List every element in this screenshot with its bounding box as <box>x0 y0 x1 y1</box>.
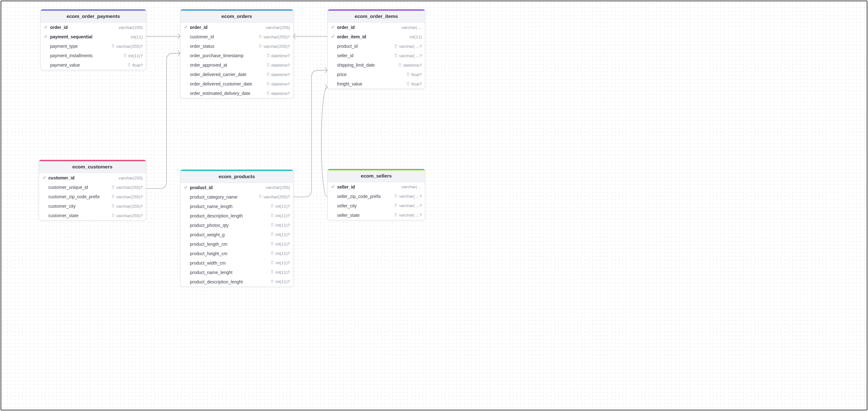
table-ecom_customers[interactable]: ecom_customerscustomer_idvarchar(255)cus… <box>39 160 146 220</box>
column-row[interactable]: customer_unique_idvarchar(255)? <box>39 182 146 192</box>
column-row[interactable]: payment_typevarchar(255)? <box>40 41 146 51</box>
table-ecom_order_items[interactable]: ecom_order_itemsorder_idvarchar( ...orde… <box>328 9 425 89</box>
column-name: customer_unique_id <box>49 185 110 190</box>
column-type: varchar( ... <box>402 25 422 30</box>
column-type: int(11)? <box>271 232 290 237</box>
column-type: int(11)? <box>271 251 290 256</box>
table-title[interactable]: ecom_order_items <box>328 11 425 23</box>
column-row[interactable]: order_item_idint(11) <box>328 32 425 41</box>
column-row[interactable]: customer_statevarchar(255)? <box>39 211 146 220</box>
column-name: customer_zip_code_prefix <box>49 194 110 199</box>
table-title[interactable]: ecom_customers <box>39 161 146 173</box>
nullable-icon <box>267 82 270 86</box>
column-type-text: varchar(255)? <box>116 44 143 49</box>
column-type-text: varchar( ...? <box>399 54 422 58</box>
column-row[interactable]: product_idvarchar( ...? <box>328 41 425 51</box>
column-row[interactable]: seller_cityvarchar( ...? <box>328 201 425 210</box>
table-title[interactable]: ecom_orders <box>181 11 293 23</box>
column-type-text: varchar(255)? <box>116 213 143 218</box>
column-type: datetime? <box>267 72 290 77</box>
column-row[interactable]: order_idvarchar( ... <box>328 23 425 32</box>
column-row[interactable]: payment_valuefloat? <box>40 60 146 70</box>
column-row[interactable]: order_idvarchar(255) <box>40 23 146 32</box>
column-row[interactable]: order_statusvarchar(255)? <box>181 41 293 51</box>
column-row[interactable]: pricefloat? <box>328 70 425 79</box>
column-type: varchar(255)? <box>111 185 143 190</box>
column-row[interactable]: order_approved_atdatetime? <box>181 60 293 70</box>
column-row[interactable]: product_height_cmint(11)? <box>181 249 293 258</box>
nullable-icon <box>271 233 274 237</box>
column-type-text: float? <box>411 72 422 77</box>
column-type-text: int(11)? <box>276 223 290 228</box>
nullable-icon <box>271 204 274 208</box>
column-row[interactable]: payment_sequentialint(11) <box>40 32 146 41</box>
column-type-text: varchar( ...? <box>399 213 422 217</box>
column-row[interactable]: product_photos_qtyint(11)? <box>181 220 293 230</box>
column-row[interactable]: product_name_lengthint(11)? <box>181 202 293 211</box>
column-name: freight_value <box>337 81 404 87</box>
column-row[interactable]: customer_idvarchar(255)? <box>181 32 293 41</box>
column-name: product_weight_g <box>190 232 269 237</box>
column-name: order_id <box>190 25 264 30</box>
table-title[interactable]: ecom_sellers <box>328 170 425 182</box>
column-name: seller_id <box>337 53 392 58</box>
column-row[interactable]: order_purchase_timestampdatetime? <box>181 51 293 60</box>
column-row[interactable]: seller_zip_code_prefixvarchar( ...? <box>328 192 425 201</box>
column-row[interactable]: shipping_limit_datedatetime? <box>328 60 425 70</box>
column-name: seller_state <box>337 213 392 218</box>
column-type-text: datetime? <box>271 82 290 87</box>
column-row[interactable]: product_description_lengthint(11)? <box>181 211 293 220</box>
column-row[interactable]: seller_idvarchar( ... <box>328 182 425 192</box>
table-title[interactable]: ecom_products <box>181 171 293 183</box>
column-type: int(11) <box>131 35 143 39</box>
column-row[interactable]: order_idvarchar(255) <box>181 23 293 32</box>
nullable-icon <box>394 54 398 58</box>
column-type-text: varchar(255) <box>266 25 290 30</box>
column-type-text: int(11)? <box>276 261 290 265</box>
svg-point-2 <box>185 27 186 28</box>
column-type-text: int(11) <box>410 35 422 39</box>
table-ecom_sellers[interactable]: ecom_sellersseller_idvarchar( ...seller_… <box>328 169 425 220</box>
column-row[interactable]: order_delivered_customer_datedatetime? <box>181 79 293 89</box>
column-row[interactable]: customer_cityvarchar(255)? <box>39 201 146 211</box>
column-name: order_id <box>50 25 117 30</box>
column-row[interactable]: order_delivered_carrier_datedatetime? <box>181 70 293 79</box>
column-row[interactable]: product_category_namevarchar(255)? <box>181 192 293 202</box>
column-row[interactable]: seller_idvarchar( ...? <box>328 51 425 60</box>
column-row[interactable]: product_width_cmint(11)? <box>181 258 293 268</box>
column-row[interactable]: customer_zip_code_prefixvarchar(255)? <box>39 192 146 201</box>
column-row[interactable]: product_name_lenghtint(11)? <box>181 268 293 277</box>
erd-canvas[interactable]: ecom_order_paymentsorder_idvarchar(255)p… <box>1 1 867 410</box>
column-type: varchar(255)? <box>258 44 290 49</box>
relationship-line <box>146 34 180 39</box>
relationship-line <box>321 84 328 197</box>
column-row[interactable]: product_weight_gint(11)? <box>181 230 293 239</box>
column-row[interactable]: product_description_lenghtint(11)? <box>181 277 293 286</box>
column-type: varchar(255)? <box>111 44 143 49</box>
column-name: order_id <box>337 25 400 30</box>
nullable-icon <box>267 73 270 77</box>
column-row[interactable]: seller_statevarchar( ...? <box>328 210 425 220</box>
column-type: int(11)? <box>271 261 290 265</box>
column-type-text: int(11)? <box>276 232 290 237</box>
column-row[interactable]: order_estimated_delivery_datedatetime? <box>181 89 293 98</box>
column-type-text: int(11)? <box>276 270 290 275</box>
column-type: varchar(255) <box>119 25 143 30</box>
column-row[interactable]: product_idvarchar(255) <box>181 183 293 192</box>
primary-key-icon <box>184 185 188 190</box>
column-type-text: int(11) <box>131 35 143 39</box>
column-row[interactable]: product_length_cmint(11)? <box>181 239 293 249</box>
column-type-text: varchar(255) <box>119 25 143 30</box>
column-name: order_item_id <box>337 34 408 39</box>
table-ecom_order_payments[interactable]: ecom_order_paymentsorder_idvarchar(255)p… <box>40 9 146 70</box>
column-name: product_width_cm <box>190 261 269 266</box>
column-row[interactable]: customer_idvarchar(255) <box>39 173 146 182</box>
column-row[interactable]: payment_installmentsint(11)? <box>40 51 146 60</box>
column-type: datetime? <box>267 82 290 87</box>
nullable-icon <box>406 73 410 77</box>
table-ecom_products[interactable]: ecom_productsproduct_idvarchar(255)produ… <box>180 169 293 287</box>
nullable-icon <box>394 194 398 198</box>
column-row[interactable]: freight_valuefloat? <box>328 79 425 89</box>
table-title[interactable]: ecom_order_payments <box>40 11 146 23</box>
table-ecom_orders[interactable]: ecom_ordersorder_idvarchar(255)customer_… <box>180 9 293 98</box>
